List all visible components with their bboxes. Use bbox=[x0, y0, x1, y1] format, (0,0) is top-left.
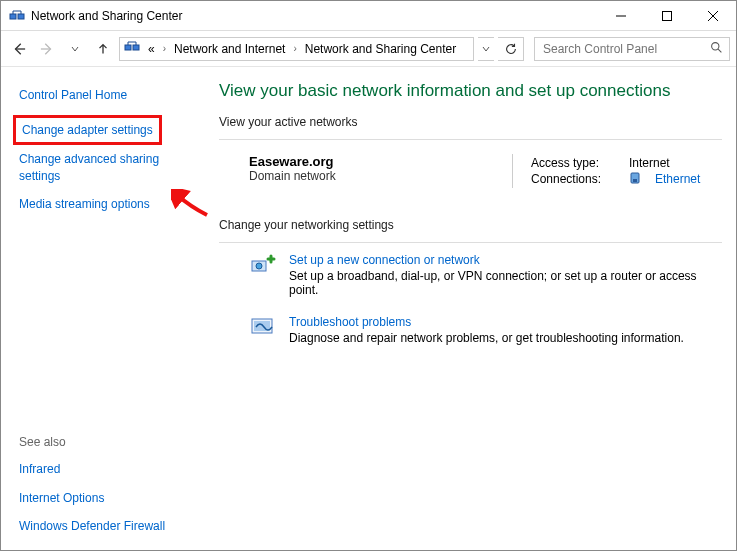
chevron-right-icon: › bbox=[291, 43, 298, 54]
setup-connection-item: Set up a new connection or network Set u… bbox=[249, 253, 722, 297]
see-also-firewall[interactable]: Windows Defender Firewall bbox=[19, 518, 199, 534]
change-settings-label: Change your networking settings bbox=[219, 218, 722, 232]
svg-rect-0 bbox=[10, 14, 16, 19]
sidebar: Control Panel Home Change adapter settin… bbox=[1, 67, 211, 550]
network-type: Domain network bbox=[249, 169, 512, 183]
network-name: Easeware.org bbox=[249, 154, 512, 169]
window-title: Network and Sharing Center bbox=[31, 9, 598, 23]
setup-connection-desc: Set up a broadband, dial-up, or VPN conn… bbox=[289, 269, 722, 297]
svg-rect-7 bbox=[633, 179, 637, 182]
connections-label: Connections: bbox=[531, 172, 617, 186]
see-also-internet-options[interactable]: Internet Options bbox=[19, 490, 199, 506]
address-icon bbox=[124, 39, 140, 58]
troubleshoot-item: Troubleshoot problems Diagnose and repai… bbox=[249, 315, 722, 345]
close-button[interactable] bbox=[690, 1, 736, 30]
see-also-infrared[interactable]: Infrared bbox=[19, 461, 199, 477]
minimize-button[interactable] bbox=[598, 1, 644, 30]
breadcrumb-network-internet[interactable]: Network and Internet bbox=[172, 42, 287, 56]
svg-point-9 bbox=[256, 263, 262, 269]
address-bar[interactable]: « › Network and Internet › Network and S… bbox=[119, 37, 474, 61]
troubleshoot-link[interactable]: Troubleshoot problems bbox=[289, 315, 411, 329]
access-type-label: Access type: bbox=[531, 156, 617, 170]
refresh-button[interactable] bbox=[498, 37, 524, 61]
sidebar-home[interactable]: Control Panel Home bbox=[19, 87, 199, 103]
search-box[interactable] bbox=[534, 37, 730, 61]
svg-point-5 bbox=[712, 42, 719, 49]
see-also-label: See also bbox=[19, 435, 199, 449]
setup-connection-link[interactable]: Set up a new connection or network bbox=[289, 253, 480, 267]
active-networks-label: View your active networks bbox=[219, 115, 722, 129]
navbar: « › Network and Internet › Network and S… bbox=[1, 31, 736, 67]
connections-link[interactable]: Ethernet bbox=[655, 172, 700, 186]
breadcrumb-sharing-center[interactable]: Network and Sharing Center bbox=[303, 42, 458, 56]
address-dropdown[interactable] bbox=[478, 37, 494, 61]
app-icon bbox=[9, 8, 25, 24]
history-dropdown[interactable] bbox=[63, 35, 87, 63]
svg-rect-2 bbox=[663, 11, 672, 20]
sidebar-media-streaming[interactable]: Media streaming options bbox=[19, 196, 199, 212]
maximize-button[interactable] bbox=[644, 1, 690, 30]
svg-rect-1 bbox=[18, 14, 24, 19]
up-button[interactable] bbox=[91, 35, 115, 63]
content-pane: View your basic network information and … bbox=[211, 67, 736, 550]
setup-connection-icon bbox=[249, 253, 277, 281]
sidebar-advanced-sharing[interactable]: Change advanced sharing settings bbox=[19, 151, 199, 183]
breadcrumb-root[interactable]: « bbox=[146, 42, 157, 56]
search-icon[interactable] bbox=[710, 41, 723, 57]
svg-rect-4 bbox=[133, 45, 139, 50]
search-input[interactable] bbox=[541, 41, 701, 57]
ethernet-icon bbox=[629, 172, 641, 186]
back-button[interactable] bbox=[7, 35, 31, 63]
page-title: View your basic network information and … bbox=[219, 81, 722, 101]
troubleshoot-icon bbox=[249, 315, 277, 343]
chevron-right-icon: › bbox=[161, 43, 168, 54]
forward-button[interactable] bbox=[35, 35, 59, 63]
troubleshoot-desc: Diagnose and repair network problems, or… bbox=[289, 331, 684, 345]
active-network-block: Easeware.org Domain network Access type:… bbox=[219, 148, 722, 194]
access-type-value: Internet bbox=[629, 156, 670, 170]
titlebar: Network and Sharing Center bbox=[1, 1, 736, 31]
svg-rect-3 bbox=[125, 45, 131, 50]
sidebar-change-adapter[interactable]: Change adapter settings bbox=[19, 121, 156, 139]
